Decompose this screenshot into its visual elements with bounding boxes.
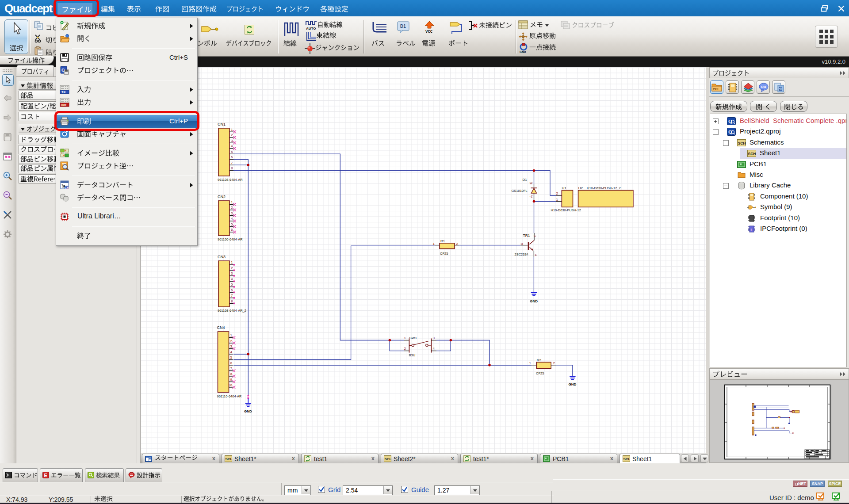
- svg-text:PRJ: PRJ: [713, 88, 719, 91]
- svg-text:10: 10: [228, 383, 232, 387]
- svg-text:1: 1: [529, 361, 532, 365]
- svg-text:961106-6404-AR: 961106-6404-AR: [218, 237, 243, 241]
- svg-text:1: 1: [231, 260, 233, 264]
- svg-text:A: A: [529, 195, 533, 198]
- svg-text:IN: IN: [65, 187, 69, 190]
- svg-text:K: K: [529, 182, 533, 184]
- svg-text:CF25: CF25: [536, 371, 544, 375]
- svg-text:7: 7: [231, 161, 233, 165]
- svg-text:GS1010FL: GS1010FL: [512, 189, 528, 193]
- svg-text:961108-6404-AR_2: 961108-6404-AR_2: [218, 309, 246, 313]
- svg-text:CN3: CN3: [218, 255, 226, 259]
- svg-text:2: 2: [456, 242, 459, 246]
- svg-text:SCH: SCH: [226, 457, 233, 461]
- svg-text:AA: AA: [779, 89, 782, 92]
- svg-text:2: 2: [231, 133, 233, 137]
- svg-text:9: 9: [230, 378, 233, 382]
- svg-text:CN1: CN1: [218, 122, 226, 126]
- svg-text:2: 2: [556, 191, 558, 195]
- svg-text:3: 3: [230, 344, 233, 348]
- svg-text:6: 6: [231, 288, 233, 292]
- svg-text:B3U: B3U: [409, 353, 416, 357]
- svg-text:E: E: [44, 473, 47, 478]
- svg-text:U1: U1: [562, 186, 567, 190]
- svg-text:961110-6404-AR: 961110-6404-AR: [217, 394, 242, 398]
- svg-text:C: C: [534, 234, 536, 238]
- svg-text:3: 3: [231, 271, 233, 275]
- svg-text:4: 4: [231, 144, 233, 148]
- svg-text:1: 1: [231, 128, 233, 132]
- svg-text:SCH: SCH: [385, 457, 392, 461]
- svg-text:CF25: CF25: [440, 252, 448, 256]
- svg-text:R2: R2: [537, 358, 542, 362]
- svg-text:CN2: CN2: [218, 195, 226, 199]
- svg-text:2: 2: [231, 206, 233, 210]
- svg-text:6: 6: [231, 155, 233, 159]
- svg-text:1: 1: [231, 200, 233, 204]
- svg-text:U2: U2: [578, 186, 583, 190]
- svg-text:D1: D1: [400, 24, 406, 29]
- svg-text:GND: GND: [244, 409, 252, 413]
- svg-text:SCH: SCH: [748, 152, 756, 156]
- svg-text:5: 5: [231, 283, 233, 286]
- svg-text:1: 1: [230, 333, 233, 337]
- svg-text:8: 8: [231, 166, 233, 170]
- svg-text:6: 6: [231, 228, 233, 232]
- svg-text:8: 8: [230, 372, 233, 376]
- svg-text:TR1: TR1: [523, 233, 530, 238]
- svg-text:I: I: [751, 228, 752, 232]
- svg-text:SW1: SW1: [409, 336, 417, 340]
- svg-text:VCC: VCC: [425, 30, 433, 34]
- svg-text:5: 5: [230, 355, 233, 359]
- svg-text:2SC2334: 2SC2334: [515, 252, 528, 256]
- svg-text:1: 1: [556, 198, 558, 202]
- svg-text:H10-D630-PUSH-12_2: H10-D630-PUSH-12_2: [587, 186, 621, 190]
- svg-text:CN4: CN4: [217, 325, 225, 330]
- svg-text:8: 8: [231, 299, 233, 303]
- svg-text:IN: IN: [61, 90, 66, 94]
- svg-text:E: E: [535, 253, 537, 257]
- svg-text:5: 5: [231, 222, 233, 226]
- svg-text:961108-6404-AR: 961108-6404-AR: [218, 178, 243, 182]
- svg-text:1: 1: [433, 242, 435, 246]
- svg-text:4: 4: [231, 217, 233, 221]
- svg-text:7: 7: [230, 367, 233, 370]
- svg-text:H10-D630-PUSH-12: H10-D630-PUSH-12: [551, 208, 581, 212]
- svg-text:R1: R1: [440, 239, 445, 243]
- svg-text:4: 4: [230, 350, 233, 354]
- svg-text:2: 2: [230, 339, 233, 343]
- svg-text:SCH: SCH: [738, 141, 746, 145]
- svg-text:2: 2: [404, 347, 406, 351]
- svg-text:2: 2: [553, 361, 555, 365]
- svg-text:OB: OB: [761, 85, 766, 89]
- svg-text:4: 4: [433, 347, 435, 351]
- svg-text:OUT: OUT: [61, 103, 67, 107]
- svg-text:3: 3: [433, 336, 435, 340]
- svg-text:3: 3: [231, 211, 233, 215]
- svg-text:2: 2: [231, 266, 233, 270]
- svg-text:6: 6: [230, 361, 233, 365]
- svg-text:B: B: [521, 242, 523, 246]
- svg-text:SCH: SCH: [623, 457, 631, 461]
- svg-text:GND: GND: [530, 299, 538, 303]
- svg-text:GND: GND: [569, 382, 577, 386]
- svg-text:GND: GND: [520, 50, 526, 53]
- svg-text:7: 7: [231, 294, 233, 298]
- svg-text:AUTO: AUTO: [306, 27, 316, 31]
- svg-text:1: 1: [404, 336, 406, 340]
- svg-text:D1: D1: [523, 178, 528, 182]
- svg-text:3: 3: [231, 139, 233, 143]
- svg-text:5: 5: [231, 150, 233, 154]
- svg-text:4: 4: [231, 277, 233, 281]
